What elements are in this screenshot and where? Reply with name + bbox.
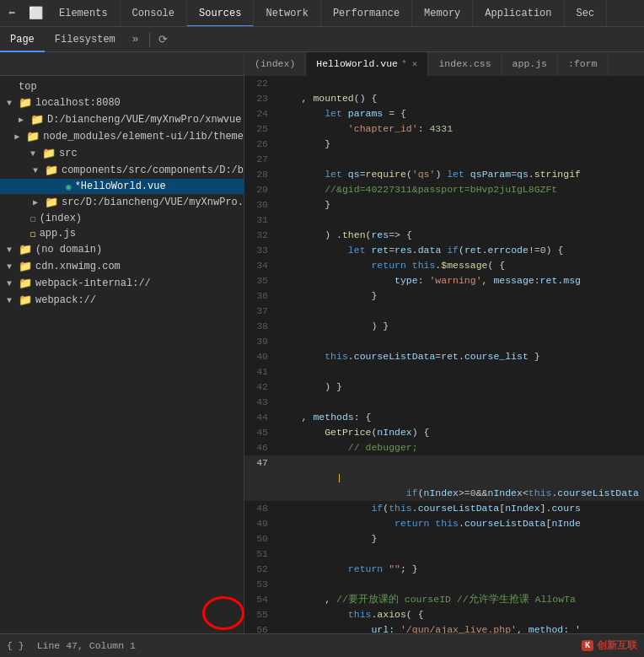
code-line-28: 28 let qs=require('qs') let qsParam=qs.s… — [244, 167, 644, 182]
code-line-43: 43 — [244, 395, 644, 410]
code-line-22: 22 — [244, 76, 644, 91]
second-toolbar: Page Filesystem » ⟳ — [0, 27, 644, 52]
format-icon[interactable]: { } — [7, 640, 24, 651]
tree-item-label: D:/biancheng/VUE/myXnwPro/xnwvue — [47, 114, 241, 126]
top-toolbar: ⬅ ⬜ Elements Console Sources Network Per… — [0, 0, 644, 27]
arrow-icon: ▼ — [7, 99, 19, 108]
subtab-filesystem[interactable]: Filesystem — [45, 27, 126, 52]
tree-item-label: localhost:8080 — [35, 97, 121, 109]
tab-application[interactable]: Application — [473, 0, 564, 27]
watermark-text: 创新互联 — [597, 639, 637, 652]
tree-webpack-internal[interactable]: ▼ 📁 webpack-internal:// — [0, 275, 244, 292]
tree-nodomain[interactable]: ▼ 📁 (no domain) — [0, 241, 244, 258]
tab-security[interactable]: Sec — [565, 0, 608, 27]
file-tabs-container: (index) HelloWorld.vue * ✕ index.css app… — [0, 52, 644, 76]
folder-icon: 📁 — [19, 96, 32, 110]
code-line-51: 51 — [244, 547, 644, 562]
code-lines-container: 22 23 , mounted() { 24 let params = { 25… — [244, 76, 644, 633]
tree-src[interactable]: ▼ 📁 src — [0, 145, 244, 162]
arrow-icon: ▶ — [33, 197, 45, 207]
arrow-icon: ▼ — [7, 279, 19, 288]
tab-console[interactable]: Console — [121, 0, 187, 27]
file-icon: ◻ — [30, 213, 36, 224]
arrow-icon: ▼ — [33, 166, 45, 175]
tab-memory[interactable]: Memory — [412, 0, 473, 27]
tree-dbiancheng[interactable]: ▶ 📁 D:/biancheng/VUE/myXnwPro/xnwvue — [0, 111, 244, 128]
tree-src-biancheng[interactable]: ▶ 📁 src/D:/biancheng/VUE/myXnwPro. — [0, 194, 244, 211]
tab-performance[interactable]: Performance — [321, 0, 412, 27]
file-tab-label: HelloWorld.vue — [316, 52, 398, 76]
tree-cdn[interactable]: ▼ 📁 cdn.xnwimg.com — [0, 258, 244, 275]
file-tab-index[interactable]: (index) — [244, 52, 306, 76]
more-tabs-button[interactable]: » — [126, 33, 146, 46]
tree-top[interactable]: top — [0, 79, 244, 94]
code-line-25: 25 'chapter_id': 4331 — [244, 121, 644, 137]
vue-file-icon: ◉ — [66, 181, 72, 192]
tree-helloworld-file[interactable]: ◉ *HelloWorld.vue — [0, 179, 244, 194]
tab-elements[interactable]: Elements — [47, 0, 121, 27]
modified-indicator: * — [401, 52, 407, 76]
code-line-32: 32 ) .then(res=> { — [244, 228, 644, 243]
divider — [149, 32, 150, 47]
code-editor-panel[interactable]: 22 23 , mounted() { 24 let params = { 25… — [244, 76, 644, 633]
folder-icon: 📁 — [19, 260, 32, 273]
code-line-56: 56 url: '/qun/ajax_live.php', method: ' — [244, 622, 644, 633]
code-line-23: 23 , mounted() { — [244, 91, 644, 106]
code-line-50: 50 } — [244, 531, 644, 547]
file-tab-helloworld[interactable]: HelloWorld.vue * ✕ — [306, 52, 428, 76]
tree-item-label: (index) — [40, 213, 82, 224]
code-line-52: 52 return ""; } — [244, 562, 644, 577]
tree-item-label: (no domain) — [35, 244, 102, 256]
js-file-icon: ◻ — [30, 229, 36, 240]
file-tree-panel[interactable]: top ▼ 📁 localhost:8080 ▶ 📁 D:/biancheng/… — [0, 76, 244, 633]
subtab-page[interactable]: Page — [0, 27, 45, 52]
device-icon[interactable]: ⬜ — [24, 0, 47, 27]
tab-network[interactable]: Network — [254, 0, 320, 27]
tree-item-label: *HelloWorld.vue — [75, 180, 166, 192]
folder-icon: 📁 — [19, 277, 32, 290]
file-tab-appjs[interactable]: app.js — [502, 52, 558, 76]
tree-index-file[interactable]: ◻ (index) — [0, 211, 244, 226]
status-left: { } Line 47, Column 1 — [7, 640, 582, 651]
code-line-49: 49 return this.courseListData[nInde — [244, 516, 644, 531]
code-line-36: 36 } — [244, 288, 644, 304]
file-tab-indexcss[interactable]: index.css — [428, 52, 502, 76]
code-line-41: 41 — [244, 364, 644, 380]
folder-icon: 📁 — [42, 147, 56, 160]
tree-components[interactable]: ▼ 📁 components/src/components/D:/b — [0, 162, 244, 179]
tree-localhost[interactable]: ▼ 📁 localhost:8080 — [0, 94, 244, 111]
tree-item-label: src — [59, 148, 78, 159]
arrow-icon: ▼ — [30, 149, 42, 159]
file-tab-form[interactable]: :form — [558, 52, 609, 76]
code-line-27: 27 — [244, 152, 644, 167]
sync-icon[interactable]: ⟳ — [153, 27, 174, 52]
folder-icon: 📁 — [45, 196, 58, 209]
code-line-26: 26 } — [244, 137, 644, 152]
code-line-33: 33 let ret=res.data if(ret.errcode!=0) { — [244, 243, 644, 258]
status-bar: { } Line 47, Column 1 K 创新互联 — [0, 633, 644, 657]
folder-icon: 📁 — [26, 130, 40, 143]
tab-sources[interactable]: Sources — [187, 0, 254, 27]
code-line-35: 35 type: 'warning', message:ret.msg — [244, 273, 644, 288]
code-line-34: 34 return this.$message( { — [244, 258, 644, 273]
tree-item-label: webpack:// — [35, 294, 96, 306]
arrow-icon: ▼ — [7, 262, 19, 272]
tree-webpack[interactable]: ▼ 📁 webpack:// — [0, 292, 244, 309]
tree-node-modules[interactable]: ▶ 📁 node_modules/element-ui/lib/theme — [0, 128, 244, 145]
arrow-icon: ▶ — [14, 132, 26, 142]
watermark-logo: K 创新互联 — [582, 639, 637, 652]
close-icon[interactable]: ✕ — [412, 52, 418, 76]
status-right: K 创新互联 — [582, 639, 637, 652]
code-line-44: 44 , methods: { — [244, 410, 644, 425]
code-line-55: 55 this.axios( { — [244, 607, 644, 622]
inspect-icon[interactable]: ⬅ — [0, 0, 24, 27]
tree-item-label: node_modules/element-ui/lib/theme — [43, 131, 244, 143]
tree-item-label: webpack-internal:// — [35, 277, 151, 289]
code-line-40: 40 this.courseListData=ret.course_list } — [244, 349, 644, 364]
code-line-54: 54 , //要开放课的 courseID //允许学生抢课 AllowTa — [244, 592, 644, 607]
tree-appjs-file[interactable]: ◻ app.js — [0, 226, 244, 241]
code-line-53: 53 — [244, 577, 644, 592]
arrow-icon: ▼ — [7, 296, 19, 305]
tree-item-label: src/D:/biancheng/VUE/myXnwPro. — [62, 197, 244, 208]
folder-icon: 📁 — [19, 243, 32, 256]
